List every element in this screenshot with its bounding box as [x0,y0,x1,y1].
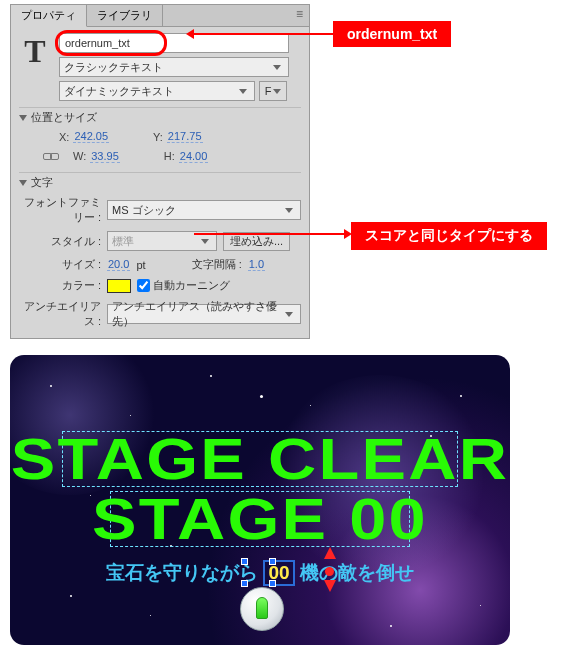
chevron-down-icon [273,84,281,98]
transform-anchor[interactable] [325,567,334,576]
subtitle-part-1: 宝石を守りながら [106,562,258,583]
section-character[interactable]: 文字 [19,172,301,192]
y-label: Y: [153,131,163,143]
x-value[interactable]: 242.05 [73,130,109,143]
section-position-size[interactable]: 位置とサイズ [19,107,301,127]
font-size-label: サイズ : [19,257,101,272]
chevron-down-icon [270,60,284,74]
subtitle-text: 宝石を守りながら 00 機の敵を倒せ [10,560,510,586]
tab-bar: プロパティ ライブラリ ≡ [11,5,309,27]
text-engine-value: クラシックテキスト [64,60,270,75]
text-engine-dropdown[interactable]: クラシックテキスト [59,57,289,77]
selection-handle[interactable] [269,580,276,587]
auto-kerning-checkbox[interactable]: 自動カーニング [137,278,230,293]
link-icon[interactable] [43,149,59,163]
chevron-down-icon [236,84,250,98]
h-value[interactable]: 24.00 [179,150,209,163]
tab-library[interactable]: ライブラリ [87,5,163,26]
chevron-down-icon [282,203,296,217]
text-type-dropdown[interactable]: ダイナミックテキスト [59,81,255,101]
auto-kerning-label: 自動カーニング [153,278,230,293]
selection-handle[interactable] [269,558,276,565]
callout-font-type: スコアと同じタイプにする [351,222,547,250]
font-family-value: MS ゴシック [112,203,282,218]
subtitle-part-2: 機の敵を倒せ [300,562,414,583]
auto-kerning-input[interactable] [137,279,150,292]
font-family-dropdown[interactable]: MS ゴシック [107,200,301,220]
w-value[interactable]: 33.95 [90,150,120,163]
letter-spacing-label: 文字間隔 : [192,257,242,272]
transform-arrow-down[interactable] [324,580,336,592]
antialias-dropdown[interactable]: アンチエイリアス（読みやすさ優先） [107,304,301,324]
tab-properties[interactable]: プロパティ [11,5,87,27]
chevron-down-icon [282,307,296,321]
antialias-value: アンチエイリアス（読みやすさ優先） [112,299,282,329]
w-label: W: [73,150,86,162]
chevron-down-icon [198,234,212,248]
callout-instance-name: ordernum_txt [333,21,451,47]
properties-panel: プロパティ ライブラリ ≡ T クラシックテキスト ダイナミックテキスト [10,4,310,339]
callout-line [193,33,333,35]
font-style-label: スタイル : [19,234,101,249]
text-orientation-button[interactable]: F [259,81,287,101]
h-label: H: [164,150,175,162]
color-swatch[interactable] [107,279,131,293]
ordernum-textfield[interactable]: 00 [263,560,295,586]
stage-clear-text: STAGE CLEAR [10,425,510,492]
callout-line [194,233,344,235]
selection-handle[interactable] [241,558,248,565]
font-size-unit: pt [136,259,145,271]
spaceship-sprite [240,587,284,631]
antialias-label: アンチエイリアス : [19,299,101,329]
font-family-label: フォントファミリー : [19,195,101,225]
transform-arrow-up[interactable] [324,547,336,559]
panel-menu-icon[interactable]: ≡ [290,5,309,26]
instance-name-input[interactable] [59,33,289,53]
stage-number-text: STAGE 00 [10,485,510,552]
selection-handle[interactable] [241,580,248,587]
font-style-value: 標準 [112,234,198,249]
stage-preview: STAGE CLEAR STAGE 00 宝石を守りながら 00 機の敵を倒せ [10,355,510,645]
x-label: X: [59,131,69,143]
color-label: カラー : [19,278,101,293]
letter-spacing-value[interactable]: 1.0 [248,258,265,271]
y-value[interactable]: 217.75 [167,130,203,143]
orientation-icon: F [265,85,272,97]
font-size-value[interactable]: 20.0 [107,258,130,271]
text-tool-icon: T [19,33,51,101]
text-type-value: ダイナミックテキスト [64,84,236,99]
